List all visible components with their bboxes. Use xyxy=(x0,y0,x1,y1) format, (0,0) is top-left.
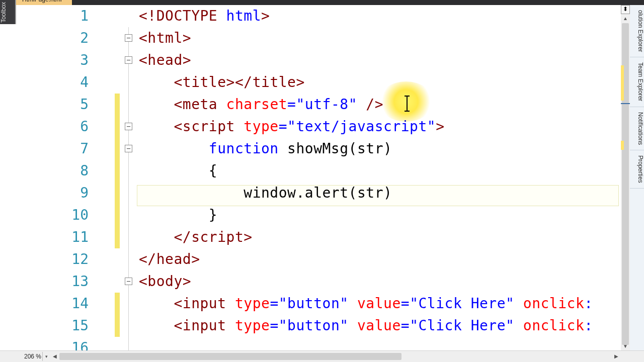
properties-tab[interactable]: Properties xyxy=(630,150,644,189)
zoom-level[interactable]: 206 % xyxy=(16,352,42,361)
code-text[interactable]: <title></title> xyxy=(139,71,621,94)
change-marker xyxy=(115,94,120,116)
code-line[interactable]: 12</head> xyxy=(16,248,621,270)
line-number: 9 xyxy=(16,182,89,204)
line-number: 16 xyxy=(16,337,89,351)
file-tab[interactable]: HtmlPage.html xyxy=(16,0,72,5)
change-marker xyxy=(115,226,120,248)
code-text[interactable]: </script> xyxy=(139,226,621,248)
line-number: 8 xyxy=(16,160,89,182)
outline-guide xyxy=(128,248,129,270)
horizontal-scrollbar[interactable]: ◀ ▶ xyxy=(50,352,621,361)
code-text[interactable]: <html> xyxy=(139,27,621,49)
line-number: 3 xyxy=(16,49,89,71)
change-marker xyxy=(115,138,120,160)
line-number: 7 xyxy=(16,138,89,160)
team-explorer-tab[interactable]: Team Explorer xyxy=(630,57,644,107)
scroll-up-icon[interactable]: ▲ xyxy=(621,14,630,23)
scroll-left-icon[interactable]: ◀ xyxy=(50,352,59,361)
outline-guide xyxy=(128,94,129,116)
outline-guide xyxy=(128,315,129,337)
toolbox-tab[interactable]: Toolbox xyxy=(0,0,16,27)
outline-guide xyxy=(128,293,129,315)
line-number: 10 xyxy=(16,204,89,226)
line-number: 13 xyxy=(16,270,89,293)
change-marker xyxy=(115,293,120,315)
code-line[interactable]: 9 window.alert(str) xyxy=(16,182,621,204)
code-line[interactable]: 16 xyxy=(16,337,621,351)
change-mark xyxy=(621,65,624,101)
code-line[interactable]: 8 { xyxy=(16,160,621,182)
code-text[interactable]: window.alert(str) xyxy=(139,182,621,204)
zoom-dropdown-icon[interactable]: ▾ xyxy=(42,352,50,361)
code-line[interactable]: 3−<head> xyxy=(16,49,621,71)
code-line[interactable]: 5 <meta charset="utf-8" /> xyxy=(16,94,621,116)
code-line[interactable]: 1<!DOCTYPE html> xyxy=(16,5,621,27)
outline-guide xyxy=(128,204,129,226)
scroll-down-icon[interactable]: ▼ xyxy=(621,342,630,351)
change-marker xyxy=(115,182,120,204)
solution-explorer-tab[interactable]: olution Explorer xyxy=(630,5,644,57)
code-text[interactable]: <script type="text/javascript"> xyxy=(139,116,621,138)
code-text[interactable]: } xyxy=(139,204,621,226)
change-marker xyxy=(115,116,120,138)
outline-guide xyxy=(128,182,129,204)
vertical-scrollbar[interactable]: ⬍ ▲ ▼ xyxy=(620,5,630,351)
fold-toggle-icon[interactable]: − xyxy=(125,278,132,285)
line-number: 6 xyxy=(16,116,89,138)
code-editor[interactable]: 1<!DOCTYPE html>2−<html>3−<head>4 <title… xyxy=(16,5,621,351)
split-editor-icon[interactable]: ⬍ xyxy=(621,5,630,14)
change-mark xyxy=(621,141,624,150)
change-marker xyxy=(115,315,120,337)
outline-guide xyxy=(128,337,129,351)
app-root: HtmlPage.html × Toolbox olution Explorer… xyxy=(0,0,644,362)
tab-close-icon[interactable]: × xyxy=(93,0,101,3)
line-number: 4 xyxy=(16,71,89,94)
code-line[interactable]: 14 <input type="button" value="Click Her… xyxy=(16,293,621,315)
code-text[interactable]: { xyxy=(139,160,621,182)
line-number: 2 xyxy=(16,27,89,49)
status-bar: 206 % ▾ ◀ ▶ xyxy=(0,350,644,362)
code-line[interactable]: 7− function showMsg(str) xyxy=(16,138,621,160)
hscroll-thumb[interactable] xyxy=(59,353,401,360)
code-line[interactable]: 15 <input type="button" value="Click Her… xyxy=(16,315,621,337)
notifications-tab[interactable]: Notifications xyxy=(630,107,644,150)
outline-guide xyxy=(128,71,129,94)
change-marker xyxy=(115,204,120,226)
line-number: 1 xyxy=(16,5,89,27)
caret-position-mark xyxy=(621,103,630,104)
code-text[interactable]: </head> xyxy=(139,248,621,270)
code-text[interactable]: <input type="button" value="Click Here" … xyxy=(139,315,621,337)
fold-toggle-icon[interactable]: − xyxy=(125,56,132,64)
line-number: 12 xyxy=(16,248,89,270)
left-dock: Toolbox xyxy=(0,0,16,24)
outline-guide xyxy=(128,160,129,182)
code-line[interactable]: 4 <title></title> xyxy=(16,71,621,94)
fold-toggle-icon[interactable]: − xyxy=(125,145,132,152)
line-number: 5 xyxy=(16,94,89,116)
code-line[interactable]: 10 } xyxy=(16,204,621,226)
fold-toggle-icon[interactable]: − xyxy=(125,123,132,130)
code-line[interactable]: 2−<html> xyxy=(16,27,621,49)
right-dock: olution Explorer Team Explorer Notificat… xyxy=(629,5,644,351)
fold-toggle-icon[interactable]: − xyxy=(125,34,132,42)
line-number: 11 xyxy=(16,226,89,248)
code-line[interactable]: 6− <script type="text/javascript"> xyxy=(16,116,621,138)
code-line[interactable]: 11 </script> xyxy=(16,226,621,248)
code-text[interactable]: <body> xyxy=(139,270,621,293)
outline-guide xyxy=(128,226,129,248)
code-text[interactable]: <input type="button" value="Click Here" … xyxy=(139,293,621,315)
line-number: 14 xyxy=(16,293,89,315)
code-text[interactable]: <!DOCTYPE html> xyxy=(139,5,621,27)
code-text[interactable]: <head> xyxy=(139,49,621,71)
code-text[interactable]: function showMsg(str) xyxy=(139,138,621,160)
line-number: 15 xyxy=(16,315,89,337)
change-marker xyxy=(115,160,120,182)
scroll-right-icon[interactable]: ▶ xyxy=(612,352,621,361)
code-line[interactable]: 13−<body> xyxy=(16,270,621,293)
code-text[interactable]: <meta charset="utf-8" /> xyxy=(139,94,621,116)
code-lines: 1<!DOCTYPE html>2−<html>3−<head>4 <title… xyxy=(16,5,621,351)
